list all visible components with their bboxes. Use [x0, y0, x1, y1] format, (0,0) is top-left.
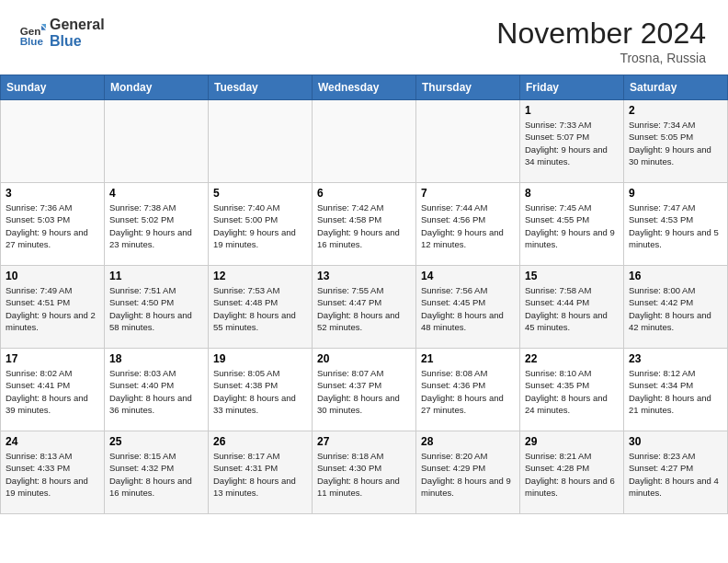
day-info: Sunrise: 8:07 AMSunset: 4:37 PMDaylight:…: [317, 367, 411, 416]
day-info: Sunrise: 7:55 AMSunset: 4:47 PMDaylight:…: [317, 284, 411, 333]
calendar-cell: 23Sunrise: 8:12 AMSunset: 4:34 PMDayligh…: [624, 349, 728, 431]
day-number: 11: [109, 270, 203, 282]
calendar-header-thursday: Thursday: [416, 75, 520, 100]
logo-icon: Gen Blue: [18, 19, 46, 47]
day-number: 3: [6, 187, 99, 200]
calendar-header-monday: Monday: [105, 75, 209, 100]
day-info: Sunrise: 8:17 AMSunset: 4:31 PMDaylight:…: [213, 450, 307, 499]
day-number: 23: [629, 352, 722, 365]
calendar-cell: 28Sunrise: 8:20 AMSunset: 4:29 PMDayligh…: [416, 431, 520, 514]
calendar-cell: 10Sunrise: 7:49 AMSunset: 4:51 PMDayligh…: [1, 266, 105, 349]
week-row: 24Sunrise: 8:13 AMSunset: 4:33 PMDayligh…: [1, 431, 728, 514]
day-number: 4: [109, 187, 203, 200]
day-number: 28: [421, 435, 515, 448]
calendar-cell: 6Sunrise: 7:42 AMSunset: 4:58 PMDaylight…: [313, 183, 416, 266]
logo-blue-text: Blue: [50, 33, 105, 50]
calendar-cell: 24Sunrise: 8:13 AMSunset: 4:33 PMDayligh…: [1, 431, 105, 514]
day-info: Sunrise: 8:10 AMSunset: 4:35 PMDaylight:…: [525, 367, 619, 416]
day-info: Sunrise: 7:56 AMSunset: 4:45 PMDaylight:…: [421, 284, 515, 333]
day-number: 2: [629, 104, 722, 117]
day-number: 20: [317, 352, 411, 365]
day-number: 14: [421, 270, 515, 282]
calendar-cell: 9Sunrise: 7:47 AMSunset: 4:53 PMDaylight…: [624, 183, 728, 266]
calendar-cell: 15Sunrise: 7:58 AMSunset: 4:44 PMDayligh…: [520, 266, 624, 349]
day-info: Sunrise: 7:58 AMSunset: 4:44 PMDaylight:…: [525, 284, 619, 333]
day-number: 9: [629, 187, 722, 200]
calendar-cell: 17Sunrise: 8:02 AMSunset: 4:41 PMDayligh…: [1, 349, 105, 431]
week-row: 3Sunrise: 7:36 AMSunset: 5:03 PMDaylight…: [1, 183, 728, 266]
day-info: Sunrise: 8:20 AMSunset: 4:29 PMDaylight:…: [421, 450, 515, 499]
day-number: 30: [629, 435, 722, 448]
calendar-header-saturday: Saturday: [624, 75, 728, 100]
day-number: 1: [525, 104, 619, 117]
calendar-cell: 13Sunrise: 7:55 AMSunset: 4:47 PMDayligh…: [313, 266, 416, 349]
calendar-header-wednesday: Wednesday: [313, 75, 416, 100]
day-number: 8: [525, 187, 619, 200]
day-info: Sunrise: 8:05 AMSunset: 4:38 PMDaylight:…: [213, 367, 307, 416]
calendar-cell: 16Sunrise: 8:00 AMSunset: 4:42 PMDayligh…: [624, 266, 728, 349]
calendar-cell: 14Sunrise: 7:56 AMSunset: 4:45 PMDayligh…: [416, 266, 520, 349]
calendar: SundayMondayTuesdayWednesdayThursdayFrid…: [0, 75, 728, 514]
calendar-header-row: SundayMondayTuesdayWednesdayThursdayFrid…: [1, 75, 728, 100]
calendar-cell: 21Sunrise: 8:08 AMSunset: 4:36 PMDayligh…: [416, 349, 520, 431]
calendar-cell: 22Sunrise: 8:10 AMSunset: 4:35 PMDayligh…: [520, 349, 624, 431]
day-number: 12: [213, 270, 307, 282]
day-number: 22: [525, 352, 619, 365]
calendar-cell: [313, 100, 416, 183]
day-info: Sunrise: 8:18 AMSunset: 4:30 PMDaylight:…: [317, 450, 411, 499]
calendar-cell: 7Sunrise: 7:44 AMSunset: 4:56 PMDaylight…: [416, 183, 520, 266]
day-info: Sunrise: 8:00 AMSunset: 4:42 PMDaylight:…: [629, 284, 722, 333]
day-info: Sunrise: 7:42 AMSunset: 4:58 PMDaylight:…: [317, 201, 411, 250]
day-info: Sunrise: 8:21 AMSunset: 4:28 PMDaylight:…: [525, 450, 619, 499]
calendar-cell: 27Sunrise: 8:18 AMSunset: 4:30 PMDayligh…: [313, 431, 416, 514]
calendar-cell: 1Sunrise: 7:33 AMSunset: 5:07 PMDaylight…: [520, 100, 624, 183]
day-number: 10: [6, 270, 99, 282]
calendar-cell: 4Sunrise: 7:38 AMSunset: 5:02 PMDaylight…: [105, 183, 209, 266]
calendar-cell: 3Sunrise: 7:36 AMSunset: 5:03 PMDaylight…: [1, 183, 105, 266]
calendar-header-sunday: Sunday: [1, 75, 105, 100]
day-info: Sunrise: 8:12 AMSunset: 4:34 PMDaylight:…: [629, 367, 722, 416]
calendar-cell: 18Sunrise: 8:03 AMSunset: 4:40 PMDayligh…: [105, 349, 209, 431]
calendar-cell: 12Sunrise: 7:53 AMSunset: 4:48 PMDayligh…: [209, 266, 313, 349]
day-number: 29: [525, 435, 619, 448]
day-number: 13: [317, 270, 411, 282]
calendar-cell: 25Sunrise: 8:15 AMSunset: 4:32 PMDayligh…: [105, 431, 209, 514]
day-number: 7: [421, 187, 515, 200]
day-info: Sunrise: 7:44 AMSunset: 4:56 PMDaylight:…: [421, 201, 515, 250]
calendar-header-friday: Friday: [520, 75, 624, 100]
calendar-cell: 11Sunrise: 7:51 AMSunset: 4:50 PMDayligh…: [105, 266, 209, 349]
day-number: 25: [109, 435, 203, 448]
day-number: 26: [213, 435, 307, 448]
calendar-cell: 5Sunrise: 7:40 AMSunset: 5:00 PMDaylight…: [209, 183, 313, 266]
calendar-cell: 2Sunrise: 7:34 AMSunset: 5:05 PMDaylight…: [624, 100, 728, 183]
day-number: 18: [109, 352, 203, 365]
day-number: 17: [6, 352, 99, 365]
calendar-cell: 30Sunrise: 8:23 AMSunset: 4:27 PMDayligh…: [624, 431, 728, 514]
logo-general-text: General: [50, 17, 105, 33]
day-number: 15: [525, 270, 619, 282]
month-title: November 2024: [496, 17, 706, 51]
day-number: 27: [317, 435, 411, 448]
day-info: Sunrise: 7:40 AMSunset: 5:00 PMDaylight:…: [213, 201, 307, 250]
day-number: 16: [629, 270, 722, 282]
header: Gen Blue General Blue November 2024 Tros…: [0, 0, 728, 75]
day-number: 6: [317, 187, 411, 200]
calendar-cell: 8Sunrise: 7:45 AMSunset: 4:55 PMDaylight…: [520, 183, 624, 266]
week-row: 17Sunrise: 8:02 AMSunset: 4:41 PMDayligh…: [1, 349, 728, 431]
svg-text:Blue: Blue: [20, 34, 44, 46]
day-info: Sunrise: 8:23 AMSunset: 4:27 PMDaylight:…: [629, 450, 722, 499]
week-row: 10Sunrise: 7:49 AMSunset: 4:51 PMDayligh…: [1, 266, 728, 349]
calendar-header-tuesday: Tuesday: [209, 75, 313, 100]
calendar-cell: [209, 100, 313, 183]
calendar-cell: [1, 100, 105, 183]
day-info: Sunrise: 8:13 AMSunset: 4:33 PMDaylight:…: [6, 450, 99, 499]
day-number: 5: [213, 187, 307, 200]
calendar-cell: 26Sunrise: 8:17 AMSunset: 4:31 PMDayligh…: [209, 431, 313, 514]
location: Trosna, Russia: [496, 51, 706, 65]
calendar-cell: 20Sunrise: 8:07 AMSunset: 4:37 PMDayligh…: [313, 349, 416, 431]
day-number: 19: [213, 352, 307, 365]
calendar-cell: 19Sunrise: 8:05 AMSunset: 4:38 PMDayligh…: [209, 349, 313, 431]
calendar-cell: 29Sunrise: 8:21 AMSunset: 4:28 PMDayligh…: [520, 431, 624, 514]
week-row: 1Sunrise: 7:33 AMSunset: 5:07 PMDaylight…: [1, 100, 728, 183]
logo: Gen Blue General Blue: [18, 17, 105, 49]
